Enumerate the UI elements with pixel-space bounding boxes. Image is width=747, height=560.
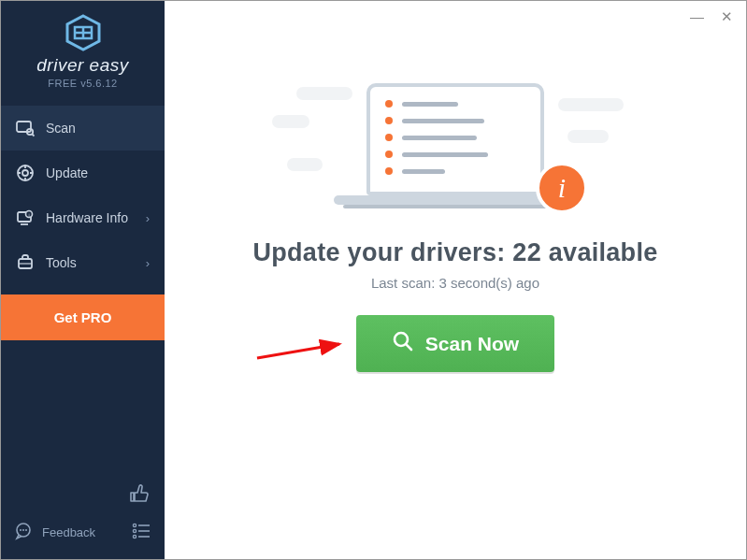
- sidebar-item-label: Scan: [46, 121, 76, 136]
- nav: Scan Update i Hardware Info › Tools: [1, 106, 165, 340]
- version-text: FREE v5.6.12: [1, 78, 165, 89]
- chevron-right-icon: ›: [146, 211, 150, 225]
- list-settings-icon[interactable]: [131, 521, 151, 544]
- info-badge-icon: i: [536, 162, 588, 214]
- last-scan-text: Last scan: 3 second(s) ago: [371, 275, 539, 291]
- svg-point-12: [20, 529, 22, 531]
- close-button[interactable]: ✕: [721, 8, 733, 25]
- sidebar-item-hardware-info[interactable]: i Hardware Info ›: [1, 195, 165, 240]
- sidebar-item-label: Hardware Info: [46, 210, 128, 225]
- sidebar-item-scan[interactable]: Scan: [1, 106, 165, 151]
- magnifier-icon: [392, 330, 414, 357]
- sidebar-item-label: Update: [46, 165, 88, 180]
- feedback-label[interactable]: Feedback: [42, 525, 95, 539]
- main-pane: i Update your drivers: 22 available Last…: [165, 1, 746, 559]
- thumbs-up-icon[interactable]: [129, 483, 150, 508]
- brand-text: driver easy: [1, 55, 165, 76]
- get-pro-button[interactable]: Get PRO: [1, 294, 165, 340]
- laptop-illustration: i: [324, 70, 586, 210]
- svg-point-17: [133, 529, 136, 532]
- svg-line-22: [406, 344, 411, 350]
- tools-icon: [16, 253, 35, 272]
- svg-point-15: [133, 524, 136, 526]
- svg-point-4: [22, 170, 28, 176]
- sidebar: driver easy FREE v5.6.12 Scan Update i: [1, 1, 165, 559]
- headline-text: Update your drivers: 22 available: [252, 238, 657, 267]
- svg-point-19: [133, 535, 136, 538]
- scan-now-button[interactable]: Scan Now: [356, 315, 554, 372]
- scan-icon: [16, 119, 35, 137]
- logo-block: driver easy FREE v5.6.12: [1, 1, 165, 100]
- chevron-right-icon: ›: [146, 256, 150, 270]
- svg-line-2: [32, 134, 34, 136]
- scan-now-label: Scan Now: [425, 333, 519, 355]
- svg-text:i: i: [28, 212, 29, 218]
- sidebar-item-tools[interactable]: Tools ›: [1, 240, 165, 285]
- svg-point-14: [25, 529, 27, 531]
- sidebar-item-update[interactable]: Update: [1, 151, 165, 195]
- logo-icon: [1, 14, 165, 55]
- minimize-button[interactable]: —: [690, 8, 704, 25]
- svg-point-13: [22, 529, 24, 531]
- feedback-icon[interactable]: [14, 522, 33, 543]
- svg-rect-0: [17, 122, 31, 132]
- sidebar-item-label: Tools: [46, 255, 77, 270]
- hardware-info-icon: i: [16, 208, 35, 227]
- update-icon: [16, 164, 35, 182]
